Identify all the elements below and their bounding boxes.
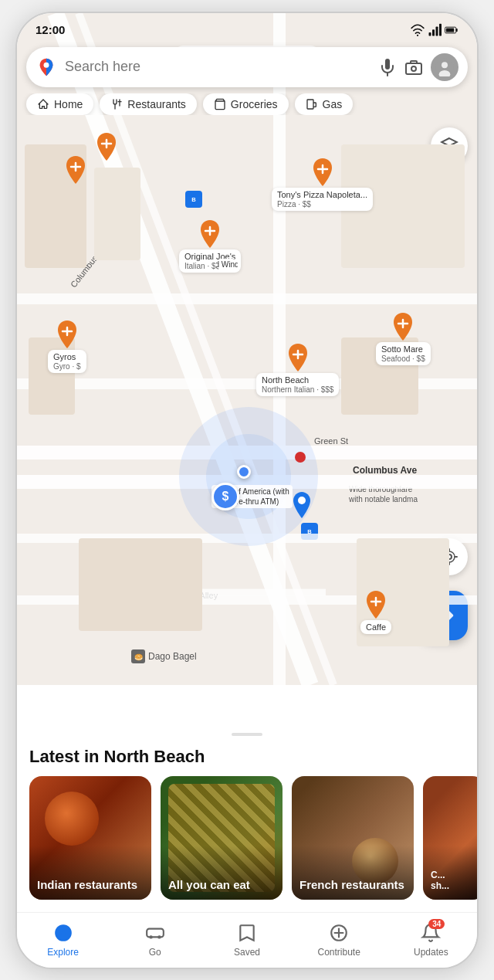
svg-point-31: [298, 497, 306, 504]
status-time: 12:00: [36, 23, 65, 36]
poi-bank[interactable]: $ Bank of America (withDrive-thru ATM): [211, 483, 293, 508]
svg-rect-47: [439, 23, 442, 36]
search-area: Search here: [17, 41, 477, 87]
svg-text:Red Window: Red Window: [216, 260, 238, 269]
phone-frame: Columbus Ave Green St Card Alley Columbu…: [15, 12, 479, 969]
chip-restaurants[interactable]: Restaurants: [100, 93, 196, 115]
chip-gas[interactable]: Gas: [295, 93, 354, 115]
search-icons: [378, 53, 458, 81]
chip-home[interactable]: Home: [26, 93, 93, 115]
mic-icon[interactable]: [378, 58, 397, 76]
svg-rect-42: [307, 100, 313, 109]
nav-saved[interactable]: Saved: [225, 922, 269, 958]
contribute-label: Contribute: [317, 947, 360, 958]
card-indian-label: Indian restaurants: [37, 878, 137, 892]
google-maps-logo: [36, 56, 57, 78]
svg-text:🥯: 🥯: [134, 652, 144, 661]
poi-caffe[interactable]: Caffe: [360, 591, 391, 634]
poi-dago-bagel[interactable]: 🥯 Dago Bagel: [131, 649, 197, 663]
svg-point-39: [442, 62, 448, 68]
user-location: [237, 465, 251, 479]
contribute-icon: [328, 922, 350, 944]
card-french[interactable]: French restaurants: [292, 776, 414, 900]
status-bar: 12:00: [17, 13, 477, 41]
card-buffet-label: All you can eat: [168, 878, 250, 892]
traffic-light: [295, 452, 306, 463]
bottom-sheet: Latest in North Beach Indian restaurants…: [17, 724, 477, 912]
nav-explore[interactable]: Explore: [42, 922, 85, 958]
svg-rect-46: [436, 26, 438, 36]
updates-icon: 34: [420, 922, 442, 944]
poi-sotto-mare[interactable]: Sotto MareSeafood · $$: [376, 313, 431, 365]
filter-chips: Home Restaurants Groceries Gas: [17, 93, 477, 115]
card-partial-label: C...sh...: [431, 870, 449, 892]
nav-contribute[interactable]: Contribute: [317, 922, 360, 958]
battery-icon: [445, 23, 458, 37]
svg-rect-11: [94, 168, 140, 260]
status-icons: [411, 23, 458, 37]
updates-badge: 34: [428, 919, 445, 929]
svg-rect-53: [147, 929, 164, 938]
signal-icon: [428, 23, 442, 37]
svg-rect-45: [432, 29, 435, 36]
poi-gyros[interactable]: GyrosGyro · $: [48, 320, 86, 373]
search-bar[interactable]: Search here: [26, 47, 468, 87]
card-french-label: French restaurants: [299, 878, 404, 892]
nav-updates[interactable]: 34 Updates: [409, 922, 452, 958]
nav-pin: [291, 492, 313, 521]
search-placeholder[interactable]: Search here: [65, 59, 370, 75]
camera-icon[interactable]: [404, 58, 423, 76]
card-row: Indian restaurants All you can eat Frenc…: [17, 776, 477, 912]
updates-label: Updates: [414, 947, 448, 958]
card-indian[interactable]: Indian restaurants: [29, 776, 151, 900]
svg-rect-15: [79, 538, 202, 631]
svg-point-55: [157, 935, 161, 938]
chip-groceries[interactable]: Groceries: [203, 93, 289, 115]
sheet-handle: [232, 733, 262, 736]
sheet-title: Latest in North Beach: [17, 747, 477, 776]
saved-icon: [236, 922, 258, 944]
svg-rect-36: [406, 63, 421, 74]
poi-red-window[interactable]: Red Window: [216, 259, 238, 270]
go-label: Go: [149, 947, 161, 958]
go-icon: [144, 922, 166, 944]
user-avatar[interactable]: [431, 53, 458, 81]
explore-label: Explore: [47, 947, 79, 958]
card-partial[interactable]: C...sh...: [423, 776, 477, 900]
svg-point-37: [411, 66, 416, 71]
svg-rect-49: [456, 29, 458, 32]
bottom-nav: Explore Go Saved Contribute 3: [17, 912, 477, 968]
nav-go[interactable]: Go: [134, 922, 177, 958]
svg-point-34: [44, 62, 49, 67]
saved-label: Saved: [234, 947, 260, 958]
poi-extra1[interactable]: [63, 156, 88, 184]
wifi-icon: [411, 23, 425, 37]
explore-icon: [52, 922, 74, 944]
svg-point-54: [149, 935, 152, 938]
poi-north-beach[interactable]: North BeachNorthern Italian · $$$: [256, 344, 339, 396]
card-buffet[interactable]: All you can eat: [161, 776, 283, 900]
poi-extra2[interactable]: [94, 133, 119, 161]
svg-rect-50: [446, 28, 454, 32]
svg-point-43: [417, 34, 418, 36]
poi-tonys[interactable]: Tony's Pizza Napoleta...Pizza · $$: [272, 158, 373, 211]
svg-rect-44: [429, 32, 431, 36]
